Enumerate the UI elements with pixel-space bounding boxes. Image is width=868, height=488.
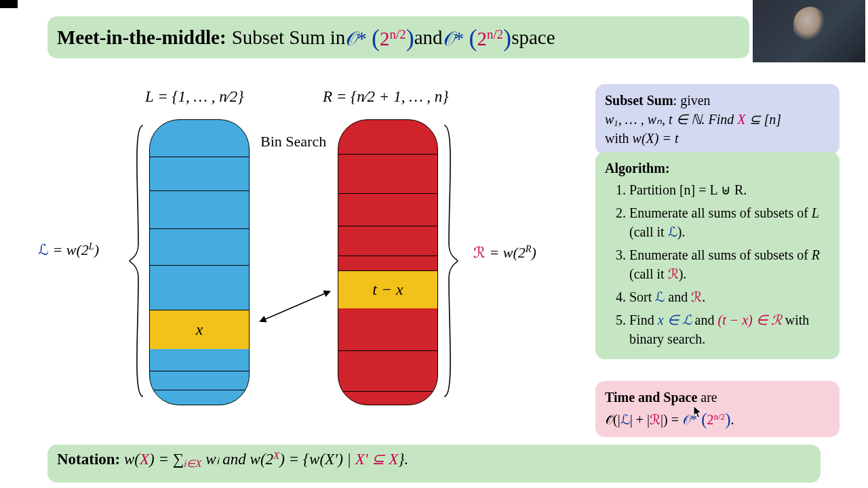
title-O1: 𝒪* (2n/2) — [345, 23, 414, 52]
notation-body: w(X) = ∑i∈X wᵢ and w(2X) = {w(X′) | X′ ⊆… — [124, 451, 408, 468]
R-side-label: ℛ = w(2R) — [473, 244, 536, 262]
title-O2: 𝒪* (2n/2) — [443, 23, 512, 52]
algo-step-2: Enumerate all sums of subsets of L (call… — [629, 203, 830, 241]
title-text-1: Subset Sum in — [232, 26, 346, 49]
algorithm-list: Partition [n] = L ⊎ R. Enumerate all sum… — [605, 180, 830, 348]
title-bold: Meet-in-the-middle: — [57, 26, 226, 49]
x-cell: x — [150, 310, 249, 349]
notation-bar: Notation: w(X) = ∑i∈X wᵢ and w(2X) = {w(… — [47, 445, 821, 483]
time-space-panel: Time and Space are 𝒪̃(|ℒ| + |ℛ|) = 𝒪* (2… — [595, 381, 840, 437]
subset-sum-body: w1, … , wₙ, t ∈ ℕ. Find X ⊆ [n] with w(X… — [605, 110, 830, 148]
title-and: and — [414, 26, 443, 49]
algo-step-5: Find x ∈ ℒ and (t − x) ∈ ℛ with binary s… — [629, 310, 830, 348]
algorithm-panel: Algorithm: Partition [n] = L ⊎ R. Enumer… — [595, 152, 840, 359]
algo-step-1: Partition [n] = L ⊎ R. — [629, 180, 830, 199]
right-brace — [441, 122, 461, 400]
L-side-label: ℒ = w(2L) — [38, 241, 99, 259]
L-set-label: L = {1, … , n⁄2} — [145, 88, 243, 106]
algo-step-4: Sort ℒ and ℛ. — [629, 287, 830, 306]
slide-title: Meet-in-the-middle: Subset Sum in 𝒪* (2n… — [47, 16, 749, 58]
tx-cell: t − x — [338, 270, 437, 308]
right-column: t − x — [338, 119, 438, 405]
R-set-label: R = {n⁄2 + 1, … , n} — [323, 88, 449, 106]
diagram-area: L = {1, … , n⁄2} R = {n⁄2 + 1, … , n} Bi… — [27, 81, 583, 434]
subset-sum-heading: Subset Sum — [605, 93, 673, 108]
match-arrow — [251, 282, 339, 331]
title-space: space — [511, 26, 555, 49]
algorithm-heading: Algorithm: — [605, 161, 670, 176]
left-brace — [126, 122, 146, 400]
algo-step-3: Enumerate all sums of subsets of R (call… — [629, 245, 830, 283]
mouse-cursor-icon — [693, 405, 703, 419]
time-space-heading: Time and Space — [605, 390, 697, 405]
window-corner — [0, 0, 18, 8]
bin-search-label: Bin Search — [260, 133, 326, 150]
time-space-body: 𝒪̃(|ℒ| + |ℛ|) = 𝒪* (2n/2). — [605, 407, 830, 430]
subset-sum-panel: Subset Sum: given w1, … , wₙ, t ∈ ℕ. Fin… — [595, 84, 840, 155]
notation-heading: Notation: — [57, 451, 120, 468]
svg-line-0 — [260, 291, 330, 321]
presenter-webcam — [753, 0, 865, 62]
left-column: x — [149, 119, 250, 405]
